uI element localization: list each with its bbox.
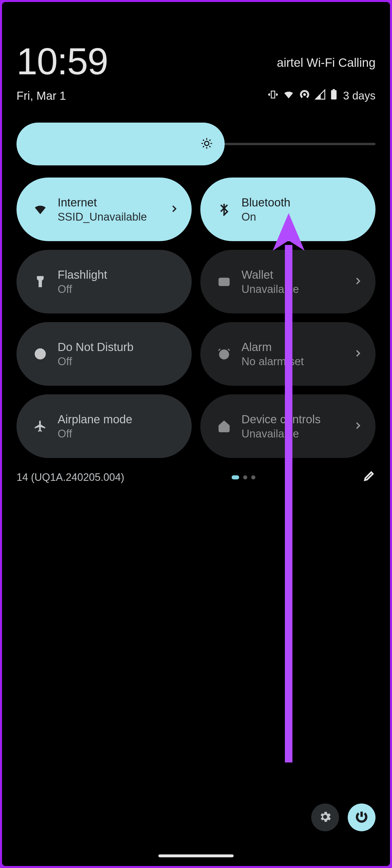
signal-icon [315, 89, 326, 103]
build-label: 14 (UQ1A.240205.004) [17, 471, 124, 484]
wifi-icon [32, 203, 49, 216]
tile-subtitle: On [242, 211, 363, 223]
tile-subtitle: Off [58, 355, 179, 368]
tile-wallet[interactable]: Wallet Unavailable [200, 250, 375, 313]
clock: 10:59 [17, 42, 108, 80]
bottom-action-row [311, 804, 375, 831]
tile-subtitle: Off [58, 283, 179, 296]
tile-dnd[interactable]: Do Not Disturb Off [17, 322, 192, 386]
tile-subtitle: Unavailable [242, 283, 353, 296]
chevron-right-icon [353, 348, 363, 360]
power-button[interactable] [348, 804, 375, 831]
page-dot [232, 475, 239, 479]
power-icon [355, 810, 368, 825]
status-icon-row: 3 days [268, 89, 375, 103]
battery-icon [330, 89, 337, 103]
page-dot [243, 475, 247, 479]
wallet-icon [215, 275, 233, 288]
chevron-right-icon [353, 276, 363, 287]
tile-subtitle: SSID_Unavailable [58, 211, 169, 223]
hotspot-icon [299, 89, 310, 103]
brightness-icon [200, 137, 213, 151]
dnd-icon [32, 347, 49, 361]
home-icon [215, 420, 233, 433]
alarm-icon [215, 347, 233, 361]
tile-bluetooth[interactable]: Bluetooth On [200, 178, 375, 241]
edit-tiles-button[interactable] [363, 470, 375, 485]
svg-rect-1 [331, 90, 337, 99]
tile-title: Bluetooth [242, 196, 363, 209]
svg-rect-2 [333, 89, 335, 90]
svg-rect-4 [219, 278, 229, 286]
date-label: Fri, Mar 1 [17, 89, 66, 102]
tile-alarm[interactable]: Alarm No alarm set [200, 322, 375, 386]
svg-point-0 [303, 93, 306, 96]
vibrate-icon [268, 89, 278, 102]
tile-title: Device controls [242, 413, 353, 426]
settings-button[interactable] [311, 804, 339, 831]
tile-title: Alarm [242, 340, 353, 353]
tile-title: Internet [58, 196, 169, 209]
tile-subtitle: Off [58, 428, 179, 440]
tile-internet[interactable]: Internet SSID_Unavailable [17, 178, 192, 241]
page-dot [251, 475, 255, 479]
qs-tiles-grid: Internet SSID_Unavailable Bluetooth On [17, 178, 375, 458]
tile-device-controls[interactable]: Device controls Unavailable [200, 394, 375, 458]
tile-flashlight[interactable]: Flashlight Off [17, 250, 192, 313]
carrier-label: airtel Wi-Fi Calling [277, 56, 375, 70]
qs-footer-row: 14 (UQ1A.240205.004) [17, 470, 375, 485]
tile-title: Airplane mode [58, 413, 179, 426]
quick-settings-panel: 10:59 airtel Wi-Fi Calling Fri, Mar 1 [2, 2, 390, 866]
tile-subtitle: No alarm set [242, 355, 353, 368]
brightness-slider[interactable] [17, 123, 375, 165]
airplane-icon [32, 420, 49, 433]
brightness-fill [17, 123, 225, 165]
tile-title: Do Not Disturb [58, 340, 179, 353]
page-indicator[interactable] [232, 475, 255, 479]
tile-subtitle: Unavailable [242, 428, 353, 440]
chevron-right-icon [169, 204, 179, 215]
chevron-right-icon [353, 421, 363, 432]
tile-airplane[interactable]: Airplane mode Off [17, 394, 192, 458]
tile-title: Wallet [242, 268, 353, 281]
bluetooth-icon [215, 203, 233, 216]
gear-icon [318, 810, 332, 825]
flashlight-icon [32, 275, 49, 288]
svg-point-3 [205, 142, 209, 146]
status-header: 10:59 airtel Wi-Fi Calling Fri, Mar 1 [2, 2, 390, 103]
wifi-icon [283, 89, 295, 103]
nav-handle[interactable] [158, 855, 234, 857]
tile-title: Flashlight [58, 268, 179, 281]
battery-text: 3 days [343, 90, 375, 102]
